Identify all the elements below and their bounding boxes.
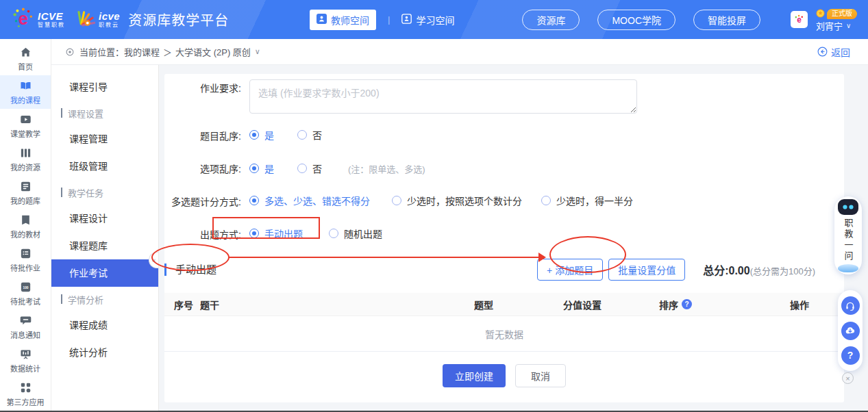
help-icon[interactable]: ? bbox=[682, 299, 692, 309]
teacher-space-tab[interactable]: 教师空间 bbox=[310, 10, 376, 30]
user-menu[interactable]: 正式版 刘宵宁 ∨ bbox=[816, 9, 857, 31]
textbook-icon bbox=[19, 214, 32, 227]
radio-dot-icon bbox=[541, 196, 551, 205]
radio-method-manual[interactable]: 手动出题 bbox=[249, 227, 303, 240]
batch-set-score-button[interactable]: 批量设置分值 bbox=[608, 259, 685, 281]
course-menu-item-course-design[interactable]: 课程设计 bbox=[51, 205, 158, 232]
sidebar-item-pending-exams[interactable]: 100 待批考试 bbox=[0, 276, 51, 310]
cancel-button[interactable]: 取消 bbox=[515, 364, 566, 387]
teacher-monitor-icon bbox=[317, 14, 327, 26]
icve-app-icon[interactable]: e bbox=[791, 11, 808, 28]
help-icon[interactable]: ? bbox=[841, 346, 860, 365]
course-menu-item-class-management[interactable]: 班级管理 bbox=[51, 153, 158, 180]
sidebar-item-my-question-bank[interactable]: 我的题库 bbox=[0, 176, 51, 209]
sidebar-item-home[interactable]: 首页 bbox=[0, 42, 51, 75]
requirement-textarea[interactable] bbox=[249, 79, 637, 114]
sidebar-item-data-statistics[interactable]: 数据统计 bbox=[0, 344, 51, 377]
cloud-download-icon[interactable] bbox=[841, 322, 860, 340]
create-now-button[interactable]: 立即创建 bbox=[443, 364, 506, 387]
radio-shuffle-questions-no[interactable]: 否 bbox=[297, 128, 322, 142]
method-label: 出题方式: bbox=[164, 226, 241, 241]
resource-library-button[interactable]: 资源库 bbox=[522, 10, 580, 30]
radio-dot-icon bbox=[249, 196, 259, 205]
table-header-row: 序号 题干 题型 分值设置 排序 ? 操作 bbox=[164, 293, 844, 316]
breadcrumb-prefix: 当前位置： bbox=[79, 45, 124, 58]
add-question-button[interactable]: + 添加题目 bbox=[537, 259, 603, 281]
header-actions: 资源库 MOOC学院 智能投屏 e 正式版 刘宵宁 ∨ bbox=[504, 9, 857, 31]
radio-dot-icon bbox=[297, 130, 307, 140]
requirement-label: 作业要求: bbox=[164, 79, 241, 94]
radio-dot-icon bbox=[249, 229, 259, 238]
course-menu-item-course-question-bank[interactable]: 课程题库 bbox=[51, 232, 158, 259]
space-switcher: 教师空间 | 学习空间 bbox=[310, 0, 454, 39]
close-icon[interactable]: × bbox=[842, 372, 854, 384]
course-menu-section-teaching-tasks: 教学任务 bbox=[51, 180, 158, 205]
icve-fan-logo bbox=[75, 8, 95, 31]
form-actions: 立即创建 取消 bbox=[164, 364, 844, 387]
course-menu-section-settings: 课程设置 bbox=[51, 101, 158, 125]
sidebar-item-third-party-apps[interactable]: 第三方应用 bbox=[0, 377, 51, 411]
radio-shuffle-options-yes[interactable]: 是 bbox=[249, 162, 274, 175]
circle-arrow-left-icon bbox=[817, 47, 828, 57]
radio-dot-icon bbox=[249, 130, 259, 140]
platform-title: 资源库教学平台 bbox=[128, 10, 229, 29]
brand: e ICVE智慧职教 bbox=[11, 7, 229, 32]
radio-scoring-strict[interactable]: 多选、少选、错选不得分 bbox=[249, 194, 370, 207]
learning-person-icon bbox=[401, 14, 412, 26]
chevron-down-icon: ∨ bbox=[846, 23, 851, 29]
sidebar-item-pending-homework[interactable]: 待批作业 bbox=[0, 243, 51, 276]
sidebar-item-my-textbooks[interactable]: 我的教材 bbox=[0, 209, 51, 243]
top-header: e ICVE智慧职教 bbox=[0, 0, 868, 39]
app-grid-icon bbox=[19, 381, 32, 394]
assistant-label: 职教一问 bbox=[842, 218, 855, 262]
radio-scoring-per-option[interactable]: 少选时，按照选项个数计分 bbox=[392, 194, 522, 207]
space-divider: | bbox=[388, 14, 390, 25]
medal-icon bbox=[816, 9, 825, 19]
breadcrumb-course[interactable]: 大学语文 (2P) 原创 bbox=[175, 45, 251, 58]
sidebar-item-my-resources[interactable]: 我的资源 bbox=[0, 142, 51, 176]
multi-select-scoring-label: 多选题计分方式: bbox=[164, 193, 241, 208]
shuffle-options-label: 选项乱序: bbox=[164, 160, 241, 175]
sidebar-item-notifications[interactable]: 消息通知 bbox=[0, 310, 51, 344]
radio-dot-icon bbox=[297, 164, 307, 173]
edition-badge: 正式版 bbox=[827, 9, 857, 19]
col-score: 分值设置 bbox=[563, 298, 659, 311]
course-menu: 课程引导 课程设置 课程管理 班级管理 教学任务 课程设计 课程题库 作业考试 … bbox=[51, 65, 159, 412]
col-type: 题型 bbox=[474, 298, 563, 311]
bookshelf-icon bbox=[19, 146, 32, 159]
breadcrumb-my-courses[interactable]: 我的课程 bbox=[124, 45, 160, 58]
sidebar-item-my-courses[interactable]: 我的课程 bbox=[0, 75, 51, 109]
sidebar-item-classroom-teaching[interactable]: 课堂教学 bbox=[0, 109, 51, 142]
smart-screencast-button[interactable]: 智能投屏 bbox=[693, 10, 760, 30]
course-menu-item-course-management[interactable]: 课程管理 bbox=[51, 125, 158, 153]
radio-method-random[interactable]: 随机出题 bbox=[329, 227, 382, 240]
floating-toolbar: ? bbox=[838, 290, 863, 371]
course-dropdown-caret-icon[interactable]: ∨ bbox=[255, 47, 260, 56]
course-menu-item-homework-exam[interactable]: 作业考试 bbox=[51, 259, 158, 287]
course-menu-item-statistical-analysis[interactable]: 统计分析 bbox=[51, 339, 158, 366]
manual-section-toolbar: 手动出题 + 添加题目 批量设置分值 总分:0.00(总分需为100分) bbox=[164, 259, 844, 281]
learning-space-tab[interactable]: 学习空间 bbox=[401, 10, 454, 30]
mooc-college-button[interactable]: MOOC学院 bbox=[597, 10, 675, 30]
home-icon bbox=[19, 46, 32, 59]
exam-score-icon: 100 bbox=[19, 281, 32, 294]
course-menu-item-course-grades[interactable]: 课程成绩 bbox=[51, 311, 158, 339]
breadcrumb-separator: ＞ bbox=[163, 45, 172, 58]
radio-dot-icon bbox=[249, 164, 259, 173]
homework-list-icon bbox=[19, 247, 32, 260]
app-window: e ICVE智慧职教 bbox=[0, 0, 868, 412]
assistant-widget[interactable]: 职教一问 bbox=[834, 196, 862, 274]
primary-logo-text: ICVE智慧职教 bbox=[38, 11, 65, 28]
radio-shuffle-options-no[interactable]: 否 bbox=[297, 162, 322, 175]
manual-section-title: 手动出题 bbox=[164, 263, 216, 276]
back-button[interactable]: 返回 bbox=[817, 45, 850, 59]
video-play-icon bbox=[19, 113, 32, 126]
breadcrumb-bar: 当前位置： 我的课程 ＞ 大学语文 (2P) 原创 ∨ 返回 bbox=[51, 39, 868, 65]
course-menu-item-guide[interactable]: 课程引导 bbox=[51, 73, 158, 101]
workspace: 作业要求: 题目乱序: 是 否 选项乱序: bbox=[159, 65, 868, 412]
svg-text:e: e bbox=[797, 15, 802, 25]
customer-service-icon[interactable] bbox=[841, 296, 860, 315]
radio-scoring-half[interactable]: 少选时，得一半分 bbox=[541, 194, 633, 207]
wave-decoration bbox=[838, 264, 858, 272]
radio-shuffle-questions-yes[interactable]: 是 bbox=[249, 128, 274, 142]
